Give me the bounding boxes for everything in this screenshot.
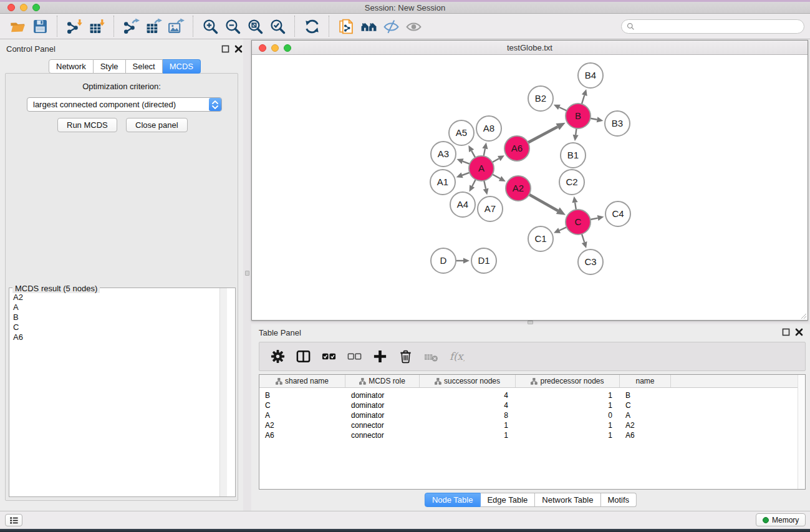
close-panel-icon[interactable] <box>795 328 803 336</box>
table-row[interactable]: Adominator80A <box>259 410 805 420</box>
import-table-button[interactable] <box>85 16 108 37</box>
edge-B-B3[interactable] <box>591 118 597 120</box>
edge-A-A2[interactable] <box>493 175 500 179</box>
edge-C-C2[interactable] <box>575 203 576 210</box>
column-header-name[interactable]: name <box>620 375 671 387</box>
edge-A-A6[interactable] <box>492 158 499 162</box>
delete-table-button <box>422 347 440 366</box>
column-header-label: successor nodes <box>444 377 500 385</box>
network-close-button[interactable] <box>259 44 266 52</box>
task-history-button[interactable] <box>5 514 22 526</box>
resize-handle-icon[interactable] <box>799 312 807 319</box>
table-panel-title: Table Panel <box>259 328 301 337</box>
list-icon <box>9 516 19 525</box>
column-header-successor-nodes[interactable]: successor nodes <box>420 375 516 387</box>
edge-B-B2[interactable] <box>559 107 567 111</box>
show-eye-button[interactable] <box>402 16 425 37</box>
mcds-result-item[interactable]: A6 <box>9 332 227 342</box>
table-row[interactable]: A6connector11A6 <box>259 430 805 440</box>
tab-mcds[interactable]: MCDS <box>163 59 201 74</box>
add-row-button[interactable] <box>370 347 389 366</box>
mcds-result-title: MCDS result (5 nodes) <box>12 284 100 293</box>
column-header-shared-name[interactable]: shared name <box>259 375 345 387</box>
column-header-MCDS-role[interactable]: MCDS role <box>345 375 420 387</box>
mcds-result-item[interactable]: A2 <box>9 293 227 302</box>
edge-A-A4[interactable] <box>472 180 476 186</box>
columns-button[interactable] <box>294 347 312 366</box>
table-row[interactable]: A2connector11A2 <box>259 420 805 430</box>
float-panel-icon[interactable] <box>221 45 229 53</box>
table-scrollbar[interactable] <box>798 375 805 489</box>
tab-edge-table[interactable]: Edge Table <box>480 493 535 507</box>
vertical-splitter-handle[interactable] <box>245 271 249 276</box>
tab-select[interactable]: Select <box>126 59 163 74</box>
close-window-button[interactable] <box>7 4 15 11</box>
column-header-predecessor-nodes[interactable]: predecessor nodes <box>516 375 620 387</box>
zoom-in-button[interactable] <box>199 16 221 37</box>
edge-A-A3[interactable] <box>463 162 470 164</box>
refresh-button[interactable] <box>301 16 323 37</box>
network-window-titlebar[interactable]: testGlobe.txt <box>252 41 808 55</box>
table-row[interactable]: Bdominator41B <box>259 390 805 400</box>
edge-C-C3[interactable] <box>582 234 584 242</box>
tab-network-table[interactable]: Network Table <box>535 493 600 507</box>
network-document-button[interactable] <box>335 16 357 37</box>
hide-eye-button[interactable] <box>380 16 402 37</box>
export-network-button[interactable] <box>120 16 142 37</box>
edge-C-C1[interactable] <box>559 227 567 230</box>
mcds-result-item[interactable]: B <box>9 312 227 322</box>
edge-arrowhead <box>572 196 578 203</box>
tab-style[interactable]: Style <box>94 59 126 74</box>
delete-row-button[interactable] <box>396 347 415 366</box>
network-minimize-button[interactable] <box>271 44 279 52</box>
save-disk-button[interactable] <box>29 16 51 37</box>
edge-A-A8[interactable] <box>484 148 485 156</box>
table-row[interactable]: Cdominator41C <box>259 400 805 410</box>
edge-A-A1[interactable] <box>462 173 470 175</box>
export-image-button[interactable] <box>165 16 187 37</box>
horizontal-splitter-handle[interactable] <box>528 321 533 324</box>
settings-button[interactable] <box>268 347 287 366</box>
zoom-fit-button[interactable] <box>244 16 266 37</box>
export-table-button[interactable] <box>142 16 165 37</box>
edge-A6-B[interactable] <box>528 127 558 142</box>
zoom-window-button[interactable] <box>32 4 40 11</box>
toolbar-separator <box>193 16 193 37</box>
control-panel-title: Control Panel <box>6 44 55 54</box>
home-button[interactable] <box>357 16 380 37</box>
close-panel-button[interactable]: Close panel <box>126 118 188 132</box>
edge-A-A7[interactable] <box>484 181 486 189</box>
mcds-result-list[interactable]: A2ABCA6 <box>9 288 227 496</box>
node-table[interactable]: shared nameMCDS rolesuccessor nodesprede… <box>259 374 806 490</box>
table-cell: C <box>259 400 345 410</box>
network-canvas[interactable]: B4B2BB3A8A5A6A3B1AA1C2A2A4A7C4CC1DD1C3 <box>252 55 808 320</box>
close-panel-icon[interactable] <box>234 45 243 53</box>
run-mcds-button[interactable]: Run MCDS <box>57 118 117 132</box>
network-zoom-button[interactable] <box>284 44 291 52</box>
float-panel-icon[interactable] <box>782 328 790 336</box>
select-all-button[interactable] <box>319 347 338 366</box>
mcds-result-scrollbar[interactable] <box>219 288 227 496</box>
memory-button[interactable]: Memory <box>756 513 806 526</box>
zoom-selected-button[interactable] <box>266 16 289 37</box>
minimize-window-button[interactable] <box>20 4 27 11</box>
open-folder-button[interactable] <box>6 16 29 37</box>
deselect-all-button[interactable] <box>345 347 364 366</box>
edge-A-A5[interactable] <box>471 151 475 158</box>
edge-C-C4[interactable] <box>591 218 598 220</box>
criterion-dropdown[interactable]: largest connected component (directed) <box>27 97 222 112</box>
edge-B-B1[interactable] <box>576 128 576 135</box>
zoom-out-button[interactable] <box>221 16 244 37</box>
tab-node-table[interactable]: Node Table <box>425 493 481 507</box>
mcds-result-item[interactable]: A <box>9 302 227 312</box>
search-input[interactable] <box>638 22 799 31</box>
table-cell: connector <box>345 420 420 430</box>
tab-motifs[interactable]: Motifs <box>600 493 637 507</box>
edge-B-B4[interactable] <box>582 95 584 104</box>
import-network-button[interactable] <box>63 16 85 37</box>
column-header-label: shared name <box>285 377 329 385</box>
tab-network[interactable]: Network <box>49 59 94 74</box>
search-box[interactable] <box>621 19 804 34</box>
mcds-result-item[interactable]: C <box>9 322 227 332</box>
edge-A2-C[interactable] <box>529 195 557 211</box>
